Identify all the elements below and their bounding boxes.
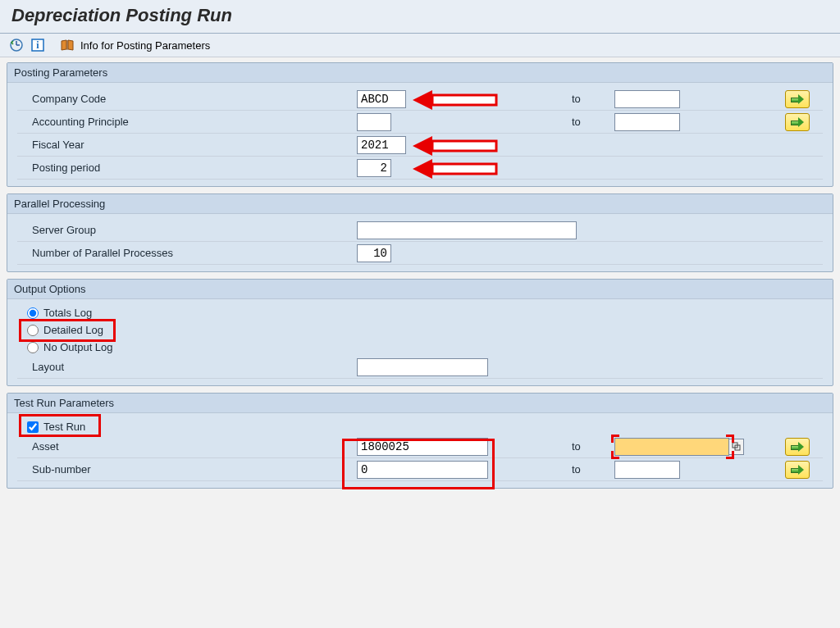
test-run-label: Test Run — [43, 421, 85, 433]
multiple-selection-button[interactable] — [785, 438, 810, 456]
page-title: Depreciation Posting Run — [0, 0, 840, 34]
company-code-label: Company Code — [29, 93, 357, 105]
num-processes-label: Number of Parallel Processes — [29, 247, 357, 259]
multiple-selection-button[interactable] — [785, 90, 810, 108]
num-processes-input[interactable] — [357, 244, 391, 262]
fiscal-year-label: Fiscal Year — [29, 139, 357, 151]
totals-log-radio[interactable] — [27, 307, 39, 319]
fiscal-year-input[interactable] — [357, 136, 406, 154]
asset-to-label: to — [557, 440, 614, 453]
server-group-input[interactable] — [357, 221, 577, 239]
asset-to-input[interactable] — [614, 438, 729, 456]
arrow-right-icon — [791, 466, 804, 474]
posting-period-input[interactable] — [357, 159, 391, 177]
svg-marker-10 — [413, 159, 432, 179]
group-output-options: Output Options Totals Log Detailed Log N… — [7, 279, 833, 386]
no-output-log-radio[interactable] — [27, 342, 39, 353]
totals-log-label: Totals Log — [43, 307, 92, 319]
arrow-right-icon — [791, 95, 804, 103]
toolbar: i Info for Posting Parameters — [0, 34, 840, 57]
test-run-checkbox[interactable] — [27, 421, 39, 433]
annotation-arrow-icon — [413, 136, 503, 158]
group-title-parallel: Parallel Processing — [7, 194, 833, 214]
annotation-arrow-icon — [413, 159, 503, 181]
layout-input[interactable] — [357, 358, 488, 376]
svg-rect-7 — [432, 95, 496, 105]
company-code-input[interactable] — [357, 90, 406, 108]
accounting-principle-label: Accounting Principle — [29, 116, 357, 128]
asset-label: Asset — [29, 440, 357, 453]
toolbar-info-label[interactable]: Info for Posting Parameters — [80, 39, 210, 52]
arrow-right-icon — [791, 118, 804, 126]
multiple-selection-button[interactable] — [785, 113, 810, 131]
accounting-principle-input[interactable] — [357, 113, 391, 131]
asset-input[interactable] — [357, 438, 488, 456]
book-icon[interactable] — [59, 37, 75, 53]
information-icon[interactable]: i — [30, 37, 46, 53]
detailed-log-label: Detailed Log — [43, 324, 103, 336]
svg-rect-11 — [432, 164, 496, 174]
layout-label: Layout — [29, 361, 357, 373]
company-code-to-input[interactable] — [614, 90, 680, 108]
subnumber-to-input[interactable] — [614, 461, 680, 479]
annotation-arrow-icon — [413, 90, 503, 112]
execute-icon[interactable] — [8, 37, 25, 53]
group-title-posting: Posting Parameters — [7, 63, 833, 83]
subnumber-label: Sub-number — [29, 463, 357, 476]
accounting-principle-to-label: to — [557, 116, 614, 128]
posting-period-label: Posting period — [29, 162, 357, 174]
svg-marker-8 — [413, 136, 432, 156]
svg-marker-6 — [413, 90, 432, 110]
accounting-principle-to-input[interactable] — [614, 113, 680, 131]
group-parallel-processing: Parallel Processing Server Group Number … — [7, 193, 833, 272]
server-group-label: Server Group — [29, 224, 357, 236]
detailed-log-radio[interactable] — [27, 325, 39, 336]
company-code-to-label: to — [557, 93, 614, 105]
subnumber-to-label: to — [557, 463, 614, 476]
multiple-selection-button[interactable] — [785, 461, 810, 479]
search-help-button[interactable] — [729, 439, 744, 455]
group-title-output: Output Options — [7, 280, 833, 299]
svg-rect-9 — [432, 141, 496, 151]
arrow-right-icon — [791, 443, 804, 451]
no-output-log-label: No Output Log — [43, 341, 113, 353]
group-test-run: Test Run Parameters Test Run Asset to — [7, 393, 833, 489]
group-title-testrun: Test Run Parameters — [7, 394, 833, 413]
subnumber-input[interactable] — [357, 461, 488, 479]
group-posting-parameters: Posting Parameters Company Code to — [7, 62, 833, 187]
